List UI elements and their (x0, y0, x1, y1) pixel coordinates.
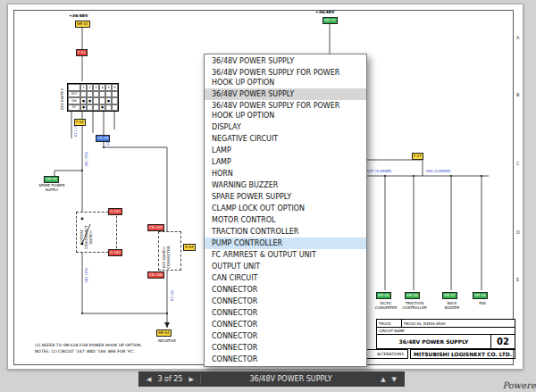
dropdown-item[interactable]: CONNECTOR (205, 296, 366, 307)
page-indicator: 3 of 25 (157, 375, 182, 383)
component-label: KEY SWITCH CONNECTOR (162, 246, 171, 269)
dropdown-item[interactable]: OUTPUT UNIT (205, 261, 366, 272)
component-label: SPARE POWER SUPPLY (33, 183, 71, 192)
dropdown-item[interactable]: CONNECTOR (205, 284, 366, 296)
key-switch-cell: OFF (68, 91, 80, 98)
zone-letter: E (516, 277, 519, 282)
key-switch-cell (112, 97, 118, 104)
dropdown-item[interactable]: PUMP CONTROLLER (205, 238, 366, 249)
dropdown-item[interactable]: CONNECTOR (205, 354, 366, 365)
component-label: TRACTION CONTROLLER (396, 301, 433, 310)
connector-tag: CN-106 (147, 271, 164, 279)
key-switch-cell (87, 91, 93, 98)
connector-tag: F-01 (76, 49, 88, 56)
connector-tag: CN-09 (96, 135, 110, 142)
key-switch-cell (68, 84, 80, 91)
dropdown-item[interactable]: 36/48V POWER SUPPLY FOR POWER HOOK UP OP… (205, 100, 366, 121)
previous-page-icon[interactable]: ◀ (147, 376, 151, 383)
connector-tag: SM-03 (322, 17, 338, 24)
dropdown-item[interactable]: CONNECTOR (205, 319, 366, 330)
dropdown-item[interactable]: HORN (205, 168, 366, 179)
dropdown-item[interactable]: 36/48V POWER SUPPLY (205, 88, 366, 100)
key-switch-cell (105, 91, 112, 98)
connector-tag: SM-06 (405, 292, 420, 299)
connector-tag: F-02 (74, 119, 86, 126)
note-line-1: (1) REFER TO SM-02A FOR POWER HOOK UP OP… (35, 342, 142, 348)
power-label: +36/48V (315, 10, 334, 14)
component-label: KEY SWITCH (60, 88, 64, 110)
scroll-down-icon[interactable]: ▼ (392, 376, 397, 383)
toolbar-divider (200, 374, 201, 384)
connector-tag: SM-04 (156, 329, 172, 337)
connector-tag: F-27 (412, 153, 423, 160)
title-block: TRUCK FBC20-30, B4500-6500 CIRCUIT NAME … (376, 319, 515, 349)
key-switch-cell: ● (105, 97, 112, 104)
key-switch-cell (105, 104, 112, 112)
bookmark-dropdown: 36/48V POWER SUPPLY36/48V POWER SUPPLY F… (204, 54, 367, 367)
viewer-toolbar: ◀ 3 of 25 ▶ 36/48V POWER SUPPLY ▲ ▼ (138, 371, 405, 387)
key-switch-cell: ST (68, 104, 80, 112)
key-switch-cell (93, 97, 99, 104)
dropdown-item[interactable]: 36/48V POWER SUPPLY FOR POWER HOOK UP OP… (205, 67, 366, 88)
key-switch-cell: 5 (105, 84, 112, 91)
dropdown-item[interactable]: MOTOR CONTROL (205, 214, 366, 226)
connector-tag: SM-01 (75, 21, 90, 28)
wire-number-label: 037 (0.85WB) (367, 169, 392, 173)
zone-letter: A (516, 35, 519, 40)
truck-label: TRUCK (377, 320, 402, 327)
component-label: NEGATIVE (151, 338, 183, 343)
component-label: FAN (464, 301, 501, 305)
dropdown-item[interactable]: SPARE POWER SUPPLY (205, 191, 366, 203)
key-switch-cell: 4 (99, 84, 105, 91)
key-switch-cell (99, 91, 105, 98)
dropdown-item[interactable]: LAMP (205, 156, 366, 168)
circuit-name-value: 36/48V POWER SUPPLY (377, 335, 491, 348)
dropdown-item[interactable]: CLAMP LOCK OUT OPTION (205, 203, 366, 214)
dropdown-item[interactable]: CONNECTOR (205, 307, 366, 319)
dropdown-item[interactable]: DISPLAY (205, 121, 366, 133)
connector-tag: SM-05 (376, 292, 391, 299)
scroll-up-icon[interactable]: ▲ (381, 376, 385, 383)
dropdown-item[interactable]: LAMP (205, 145, 366, 156)
dropdown-item[interactable]: CONNECTOR (205, 342, 366, 354)
wire-number-label: 161 (YB) (84, 152, 88, 167)
key-switch-cell (99, 97, 105, 104)
note-line-2: NOTES: (1) CIRCUIT '147' AND '146' ARE F… (35, 348, 142, 354)
key-switch-cell (93, 104, 99, 112)
key-switch-cell: 6 (112, 84, 118, 91)
bookmark-selector[interactable]: 36/48V POWER SUPPLY (207, 375, 374, 383)
connector-tag: D-04 (183, 244, 196, 251)
connector-tag: G-162 (108, 249, 122, 256)
key-switch-cell (112, 91, 118, 98)
truck-value: FBC20-30, B4500-6500 (402, 320, 515, 327)
sheet-number: 02 (491, 335, 515, 348)
dropdown-item[interactable]: NEGATIVE CIRCUIT (205, 133, 366, 145)
connector-tag: CN-105 (147, 224, 164, 231)
key-switch-cell: 1 (80, 84, 87, 91)
key-switch-cell: ● (99, 104, 105, 112)
wire-number-label: 162 (YR) (84, 268, 88, 283)
key-switch-cell: 3 (93, 84, 99, 91)
dropdown-item[interactable]: CAN CIRCUIT (205, 272, 366, 284)
connector-tag: SM-09 (44, 176, 59, 183)
key-switch-cell (93, 91, 99, 98)
key-switch-cell (80, 91, 87, 98)
key-switch-cell: ● (87, 97, 93, 104)
connector-tag: SM-07 (442, 292, 457, 299)
dropdown-item[interactable]: WARNING BUZZER (205, 179, 366, 191)
drawing-notes: (1) REFER TO SM-02A FOR POWER HOOK UP OP… (35, 342, 142, 354)
dropdown-item[interactable]: FC ARMREST & OUTPUT UNIT (205, 249, 366, 261)
wire-number-label: 02 (B) (170, 290, 174, 301)
zone-letter: C (516, 161, 520, 166)
component-label: BATTERY DISCONNECT SWITCH (80, 226, 93, 250)
key-switch-table: 123456OFFON●●●ST●● (67, 83, 119, 112)
dropdown-item[interactable]: TRACTION CONTROLLER (205, 226, 366, 238)
next-page-icon[interactable]: ▶ (188, 376, 193, 383)
zone-letter: B (516, 92, 519, 97)
key-switch-cell: ● (80, 97, 87, 104)
company-name: MITSUBISHI LOGISNEXT CO. LTD. (410, 349, 515, 359)
dropdown-item[interactable]: CONNECTOR (205, 330, 366, 342)
key-switch-cell: 2 (87, 84, 93, 91)
dropdown-item[interactable]: 36/48V POWER SUPPLY (205, 55, 366, 67)
key-switch-cell: ON (68, 97, 80, 104)
